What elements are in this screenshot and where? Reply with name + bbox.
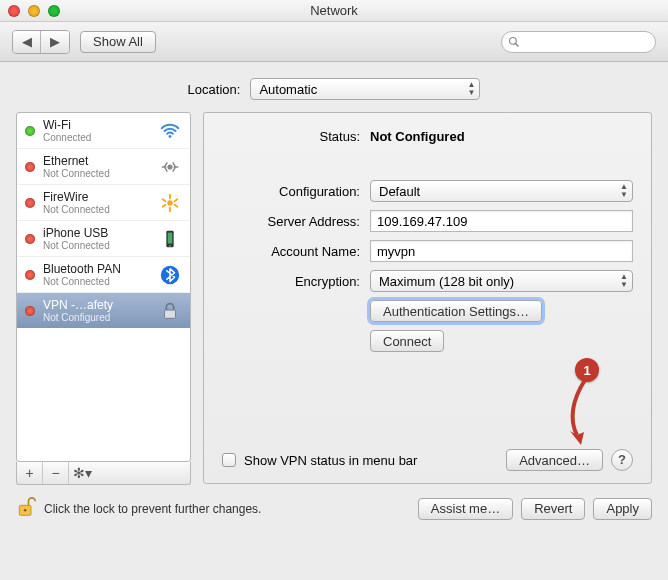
sidebar-item-label: VPN -…afety xyxy=(43,298,150,312)
sidebar-item-label: Wi-Fi xyxy=(43,118,150,132)
location-select[interactable]: Automatic ▲▼ xyxy=(250,78,480,100)
lock-icon xyxy=(158,299,182,323)
show-vpn-status-label: Show VPN status in menu bar xyxy=(244,453,417,468)
connect-button[interactable]: Connect xyxy=(370,330,444,352)
server-address-label: Server Address: xyxy=(222,214,360,229)
wifi-icon xyxy=(158,119,182,143)
svg-point-0 xyxy=(510,37,517,44)
back-button[interactable]: ◀ xyxy=(13,31,41,53)
svg-rect-6 xyxy=(168,232,173,243)
sidebar-item-firewire[interactable]: FireWire Not Connected xyxy=(17,185,190,221)
svg-rect-9 xyxy=(165,310,176,318)
revert-button[interactable]: Revert xyxy=(521,498,585,520)
chevron-updown-icon: ▲▼ xyxy=(620,183,628,199)
callout-badge: 1 xyxy=(575,358,599,382)
account-name-label: Account Name: xyxy=(222,244,360,259)
details-pane: Status: Not Configured Configuration: De… xyxy=(203,112,652,484)
callout-number: 1 xyxy=(583,363,590,378)
status-dot-icon xyxy=(25,306,35,316)
sidebar-item-status: Connected xyxy=(43,132,150,143)
lock-text: Click the lock to prevent further change… xyxy=(44,502,261,516)
sidebar-item-vpn[interactable]: VPN -…afety Not Configured xyxy=(17,293,190,328)
sidebar-item-ethernet[interactable]: Ethernet Not Connected xyxy=(17,149,190,185)
configuration-select[interactable]: Default ▲▼ xyxy=(370,180,633,202)
svg-point-11 xyxy=(24,509,27,512)
svg-line-1 xyxy=(516,43,519,46)
status-dot-icon xyxy=(25,198,35,208)
encryption-value: Maximum (128 bit only) xyxy=(379,274,514,289)
status-dot-icon xyxy=(25,126,35,136)
svg-point-7 xyxy=(169,244,171,246)
ethernet-icon xyxy=(158,155,182,179)
details-bottom-row: Show VPN status in menu bar Advanced… ? xyxy=(222,449,633,471)
search-field[interactable] xyxy=(501,31,656,53)
encryption-select[interactable]: Maximum (128 bit only) ▲▼ xyxy=(370,270,633,292)
sidebar-item-label: Ethernet xyxy=(43,154,150,168)
server-address-input[interactable] xyxy=(370,210,633,232)
window-title: Network xyxy=(0,3,668,18)
remove-interface-button[interactable]: − xyxy=(43,462,69,484)
advanced-button[interactable]: Advanced… xyxy=(506,449,603,471)
show-all-button[interactable]: Show All xyxy=(80,31,156,53)
forward-button[interactable]: ▶ xyxy=(41,31,69,53)
callout-arrow-icon xyxy=(557,375,607,445)
sidebar-item-status: Not Connected xyxy=(43,204,150,215)
lock-open-icon[interactable] xyxy=(16,495,36,522)
configuration-value: Default xyxy=(379,184,420,199)
sidebar-item-status: Not Connected xyxy=(43,276,150,287)
sidebar-item-label: Bluetooth PAN xyxy=(43,262,150,276)
add-interface-button[interactable]: + xyxy=(17,462,43,484)
close-window-button[interactable] xyxy=(8,5,20,17)
location-row: Location: Automatic ▲▼ xyxy=(0,62,668,112)
chevron-updown-icon: ▲▼ xyxy=(620,273,628,289)
status-dot-icon xyxy=(25,234,35,244)
encryption-label: Encryption: xyxy=(222,274,360,289)
firewire-icon xyxy=(158,191,182,215)
search-icon xyxy=(508,36,520,48)
svg-point-2 xyxy=(169,135,172,138)
sidebar-item-status: Not Connected xyxy=(43,240,150,251)
sidebar-item-label: FireWire xyxy=(43,190,150,204)
minimize-window-button[interactable] xyxy=(28,5,40,17)
sidebar-item-bluetooth-pan[interactable]: Bluetooth PAN Not Connected xyxy=(17,257,190,293)
location-label: Location: xyxy=(188,82,241,97)
status-dot-icon xyxy=(25,162,35,172)
interfaces-list[interactable]: Wi-Fi Connected Ethernet Not Connected xyxy=(16,112,191,462)
titlebar: Network xyxy=(0,0,668,22)
status-dot-icon xyxy=(25,270,35,280)
help-button[interactable]: ? xyxy=(611,449,633,471)
location-value: Automatic xyxy=(259,82,317,97)
sidebar-item-wifi[interactable]: Wi-Fi Connected xyxy=(17,113,190,149)
status-label: Status: xyxy=(222,129,360,144)
sidebar-item-label: iPhone USB xyxy=(43,226,150,240)
traffic-lights xyxy=(8,5,60,17)
interface-actions-button[interactable]: ✻▾ xyxy=(69,462,95,484)
svg-point-4 xyxy=(167,200,173,206)
svg-point-3 xyxy=(168,165,172,169)
toolbar: ◀ ▶ Show All xyxy=(0,22,668,62)
account-name-input[interactable] xyxy=(370,240,633,262)
sidebar-item-iphone-usb[interactable]: iPhone USB Not Connected xyxy=(17,221,190,257)
sidebar-item-status: Not Configured xyxy=(43,312,150,323)
nav-buttons: ◀ ▶ xyxy=(12,30,70,54)
apply-button[interactable]: Apply xyxy=(593,498,652,520)
sidebar-toolbar: + − ✻▾ xyxy=(16,462,191,485)
status-value: Not Configured xyxy=(370,129,465,144)
bluetooth-icon xyxy=(158,263,182,287)
show-vpn-status-checkbox[interactable] xyxy=(222,453,236,467)
search-input[interactable] xyxy=(520,35,649,49)
main-area: Wi-Fi Connected Ethernet Not Connected xyxy=(0,112,668,485)
authentication-settings-button[interactable]: Authentication Settings… xyxy=(370,300,542,322)
zoom-window-button[interactable] xyxy=(48,5,60,17)
assist-me-button[interactable]: Assist me… xyxy=(418,498,513,520)
iphone-icon xyxy=(158,227,182,251)
sidebar: Wi-Fi Connected Ethernet Not Connected xyxy=(16,112,191,485)
footer: Click the lock to prevent further change… xyxy=(0,485,668,522)
chevron-updown-icon: ▲▼ xyxy=(467,81,475,97)
sidebar-item-status: Not Connected xyxy=(43,168,150,179)
configuration-label: Configuration: xyxy=(222,184,360,199)
